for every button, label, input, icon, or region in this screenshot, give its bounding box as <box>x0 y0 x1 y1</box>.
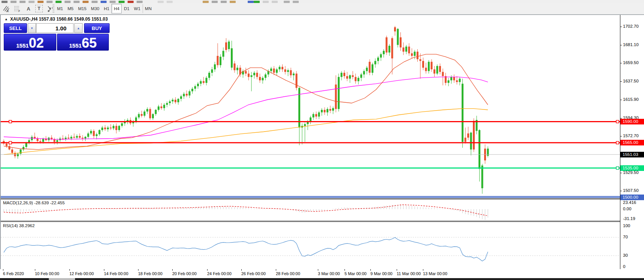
date-axis-tick <box>370 269 371 271</box>
price-badge: 1535.00 <box>620 165 644 171</box>
buy-price-pips: 65 <box>82 36 97 50</box>
timeframe-button-H1[interactable]: H1 <box>102 4 112 13</box>
rsi-scale-label: 0 <box>623 264 625 269</box>
timeframe-buttons: M1M5M15M30H1H4D1W1MN <box>55 4 154 13</box>
text-tool-icon[interactable]: A <box>24 4 33 13</box>
date-axis-label: 28 Feb 00:00 <box>276 271 300 276</box>
date-axis-tick <box>423 269 423 271</box>
timeframe-button-W1[interactable]: W1 <box>132 4 143 13</box>
date-axis-label: 6 Feb 2020 <box>3 271 24 276</box>
date-axis-label: 12 Feb 00:00 <box>69 271 94 276</box>
toolbar-separator <box>143 4 143 13</box>
text-label-tool-icon[interactable]: T <box>35 5 43 12</box>
date-axis-tick <box>35 269 35 271</box>
price-axis-tick <box>620 81 622 82</box>
date-axis: 6 Feb 202010 Feb 00:0012 Feb 00:0014 Feb… <box>0 269 644 278</box>
bottom-edge-gap <box>49 278 75 280</box>
price-axis-label: 1702.70 <box>623 24 639 28</box>
rsi-scale-label: 100 <box>623 223 630 228</box>
svg-text:F: F <box>18 10 20 12</box>
sell-price-display[interactable]: 1551 02 <box>4 34 56 51</box>
date-axis-label: 13 Mar 00:00 <box>423 271 447 276</box>
one-click-collapse-icon[interactable]: ▲ <box>5 17 8 21</box>
rsi-chart[interactable] <box>1 222 620 269</box>
chevron-down-icon: ▼ <box>30 27 33 30</box>
date-axis-tick <box>138 269 138 271</box>
macd-pane[interactable]: MACD(12,26,9) -28.639 -22.455 <box>1 199 620 221</box>
price-axis-tick <box>620 173 622 173</box>
macd-scale-label: -31.19 <box>623 216 635 221</box>
fibonacci-tool-icon[interactable]: F <box>13 4 22 13</box>
rsi-scale-label: 30 <box>623 253 628 258</box>
buy-price-main: 1551 <box>69 42 81 50</box>
price-axis-label: 1681.10 <box>623 42 639 47</box>
toolbar-main: E F A T <box>0 3 644 14</box>
date-axis-tick <box>241 269 242 271</box>
window-separator-1500-line[interactable] <box>1 196 644 199</box>
date-axis-label: 9 Mar 00:00 <box>370 271 393 276</box>
buy-button[interactable]: BUY <box>84 23 110 33</box>
price-axis-tick <box>620 63 622 63</box>
macd-scale-label: 0.00 <box>623 207 631 211</box>
macd-scale-label: 23.416 <box>623 200 636 205</box>
timeframe-button-M5[interactable]: M5 <box>65 4 76 13</box>
price-axis-tick <box>620 27 622 27</box>
date-axis-tick <box>207 269 208 271</box>
sell-price-main: 1551 <box>16 42 29 50</box>
date-axis-label: 10 Feb 00:00 <box>35 271 59 276</box>
rsi-scale-label: 70 <box>623 235 628 239</box>
volume-decrease-button[interactable]: ▼ <box>28 23 36 33</box>
timeframe-button-M15[interactable]: M15 <box>76 4 89 13</box>
date-axis-tick <box>104 269 104 271</box>
timeframe-button-H4[interactable]: H4 <box>111 4 122 13</box>
price-badge: 1500.00 <box>620 195 644 200</box>
date-axis-tick <box>397 269 397 271</box>
sell-button[interactable]: SELL <box>4 23 27 33</box>
chart-title: ▲ XAUUSD-,H4 1557.83 1560.66 1549.05 155… <box>5 16 108 22</box>
timeframe-button-M1[interactable]: M1 <box>55 4 65 13</box>
macd-label: MACD(12,26,9) -28.639 -22.455 <box>3 201 65 205</box>
date-axis-label: 3 Mar 00:00 <box>318 271 340 276</box>
date-axis-label: 20 Feb 00:00 <box>172 271 197 276</box>
chevron-up-icon: ▲ <box>77 27 80 30</box>
sell-price-pips: 02 <box>29 36 44 50</box>
date-axis-tick <box>318 269 318 271</box>
one-click-trade-panel: SELL ▼ ▲ BUY 1551 02 1551 65 <box>4 23 110 51</box>
date-axis-tick <box>172 269 173 271</box>
channel-tool-icon[interactable]: E <box>2 4 11 13</box>
price-badge: 1565.00 <box>620 140 644 145</box>
date-axis-tick <box>345 269 345 271</box>
price-axis-tick <box>620 100 622 100</box>
timeframe-button-MN[interactable]: MN <box>143 4 154 13</box>
window-separator-macd-rsi[interactable] <box>1 221 644 222</box>
trading-platform-window: E F A T <box>0 0 644 280</box>
rsi-label: RSI(14) 38.2962 <box>3 223 35 228</box>
buy-price-display[interactable]: 1551 65 <box>57 34 109 51</box>
date-axis-label: 26 Feb 00:00 <box>241 271 266 276</box>
price-axis-tick <box>620 136 622 136</box>
macd-chart[interactable] <box>1 199 620 221</box>
price-axis-label: 1507.50 <box>623 188 639 193</box>
date-axis-label: 18 Feb 00:00 <box>138 271 163 276</box>
price-axis-tick <box>620 191 622 191</box>
price-axis-label: 1572.70 <box>623 133 639 138</box>
bottom-edge-bar <box>0 278 644 280</box>
price-axis: 1702.701681.101659.501637.501615.901594.… <box>620 15 644 269</box>
chart-window[interactable]: ▲ XAUUSD-,H4 1557.83 1560.66 1549.05 155… <box>0 15 620 269</box>
date-axis-label: 5 Mar 00:00 <box>345 271 367 276</box>
toolbar-drag-handle[interactable] <box>53 4 54 13</box>
timeframe-button-D1[interactable]: D1 <box>122 4 132 13</box>
date-axis-tick <box>276 269 276 271</box>
drawing-tools-group: E F A T <box>2 3 58 14</box>
toolbar-top-strip <box>0 0 644 3</box>
price-badge: 1551.03 <box>620 152 644 157</box>
price-axis-label: 1637.50 <box>623 79 639 83</box>
volume-increase-button[interactable]: ▲ <box>74 23 83 33</box>
price-axis-tick <box>620 118 622 118</box>
price-axis-tick <box>620 45 622 45</box>
price-axis-label: 1615.90 <box>623 97 639 102</box>
rsi-pane[interactable]: RSI(14) 38.2962 <box>1 222 620 269</box>
volume-input[interactable] <box>36 23 74 33</box>
timeframe-button-M30[interactable]: M30 <box>89 4 101 13</box>
date-axis-label: 14 Feb 00:00 <box>104 271 128 276</box>
